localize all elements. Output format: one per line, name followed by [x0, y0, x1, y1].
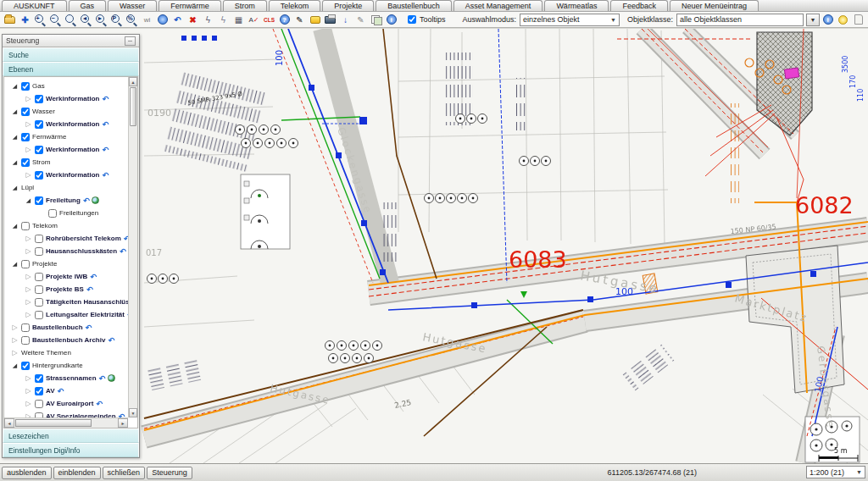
- measure-length-icon[interactable]: ϟ: [201, 14, 215, 26]
- zoom-out-icon[interactable]: −: [48, 14, 63, 26]
- expand-icon[interactable]: ▷: [11, 336, 19, 344]
- info-icon[interactable]: i: [384, 14, 398, 26]
- refresh-icon[interactable]: ↶: [102, 95, 108, 103]
- scrollbar-thumb[interactable]: [15, 419, 92, 427]
- expand-icon[interactable]: ▷: [25, 311, 32, 318]
- measure-area-icon[interactable]: ϟ: [216, 14, 231, 26]
- tree-row-rohruebersicht[interactable]: ▷Rohrübersicht Telekom↶: [4, 232, 137, 245]
- menu-fernwaerme[interactable]: Fernwärme: [159, 0, 221, 11]
- tree-row-av[interactable]: ▷AV↶: [4, 384, 137, 397]
- tree-row-wasser[interactable]: ◢Wasser: [4, 105, 137, 118]
- layer-checkbox[interactable]: [35, 273, 43, 281]
- layer-checkbox[interactable]: [21, 323, 30, 332]
- expand-icon[interactable]: ▷: [25, 146, 32, 153]
- menu-projekte[interactable]: Projekte: [322, 0, 374, 11]
- refresh-icon[interactable]: ↶: [58, 387, 64, 395]
- print-icon[interactable]: [323, 14, 337, 26]
- layer-checkbox[interactable]: [35, 298, 43, 307]
- menu-neuer-menueeintrag[interactable]: Neuer Menüeintrag: [670, 0, 759, 11]
- layer-checkbox[interactable]: [35, 235, 43, 243]
- edit-pencil-icon[interactable]: ✎: [353, 14, 368, 26]
- zoom-plan-icon[interactable]: P: [109, 14, 124, 26]
- einblenden-button[interactable]: einblenden: [53, 467, 101, 479]
- refresh-icon[interactable]: ↶: [108, 336, 114, 345]
- scroll-down-button[interactable]: ▼: [129, 408, 137, 417]
- tree-row-gas[interactable]: ◢Gas: [4, 80, 137, 92]
- tree-row-freileitung[interactable]: ◢Freileitung↶: [4, 194, 137, 207]
- globe-help-icon[interactable]: ?: [277, 14, 292, 26]
- layer-checkbox[interactable]: [35, 196, 43, 205]
- tree-row-wasser-werkinfo[interactable]: ▷Werkinformation↶: [4, 118, 137, 130]
- refresh-icon[interactable]: ↶: [102, 146, 108, 154]
- refresh-icon[interactable]: ↶: [86, 323, 92, 332]
- expand-icon[interactable]: ▷: [25, 400, 32, 407]
- labels-icon[interactable]: A✓: [247, 14, 261, 26]
- refresh-icon[interactable]: ↶: [99, 374, 106, 383]
- layer-checkbox[interactable]: [35, 374, 43, 383]
- expand-icon[interactable]: ◢: [25, 197, 32, 204]
- copy-sheets-icon[interactable]: [369, 14, 383, 26]
- menu-auskunft[interactable]: AUSKUNFT: [2, 0, 67, 11]
- globe-icon[interactable]: [92, 196, 99, 204]
- menu-asset-management[interactable]: Asset Management: [453, 0, 543, 11]
- section-suche[interactable]: Suche: [3, 47, 139, 62]
- tree-row-telekom[interactable]: ◢Telekom: [4, 219, 137, 232]
- scale-select[interactable]: 1:200 (21) ▼: [806, 466, 865, 478]
- tree-vertical-scrollbar[interactable]: ▲ ▼: [128, 77, 137, 417]
- layer-checkbox[interactable]: [35, 285, 43, 294]
- schliessen-button[interactable]: schließen: [103, 467, 146, 479]
- expand-icon[interactable]: ▷: [11, 323, 19, 331]
- tree-row-hintergrundkarte[interactable]: ◢Hintergrundkarte: [4, 359, 137, 372]
- highlight-bulb-icon[interactable]: [836, 14, 850, 26]
- tree-row-taetigkeiten[interactable]: ▷Tätigkeiten Hausanschlüsse↶: [4, 296, 137, 308]
- menu-gas[interactable]: Gas: [69, 0, 107, 11]
- layer-checkbox[interactable]: [21, 222, 30, 230]
- tree-row-gas-werkinfo[interactable]: ▷Werkinformation↶: [4, 92, 137, 105]
- expand-icon[interactable]: ◢: [11, 223, 19, 229]
- undo-icon[interactable]: ↶: [170, 14, 185, 26]
- scroll-right-button[interactable]: ►: [118, 418, 128, 428]
- cls-icon[interactable]: CLS: [262, 14, 276, 26]
- layer-checkbox[interactable]: [21, 362, 30, 370]
- tree-row-projekte-iwb[interactable]: ▷Projekte IWB↶: [4, 270, 137, 283]
- scroll-left-button[interactable]: ◄: [4, 418, 14, 428]
- object-info-icon[interactable]: i: [821, 14, 835, 26]
- refresh-icon[interactable]: ↶: [102, 120, 108, 129]
- layer-checkbox[interactable]: [21, 158, 30, 167]
- layer-checkbox[interactable]: [21, 82, 30, 91]
- menu-waermeatlas[interactable]: Wärmeatlas: [544, 0, 609, 11]
- refresh-icon[interactable]: ↶: [102, 171, 108, 180]
- objektklasse-select[interactable]: alle Objektklassen: [676, 14, 804, 26]
- tree-row-av-euroairport[interactable]: ▷AV Euroairport↶: [4, 397, 137, 410]
- mapsheet-icon[interactable]: ▦: [231, 14, 246, 26]
- menu-baustellenbuch[interactable]: Baustellenbuch: [376, 0, 452, 11]
- tree-row-strassennamen[interactable]: ▷Strassennamen↶: [4, 372, 137, 384]
- layer-checkbox[interactable]: [35, 171, 43, 180]
- open-folder-icon[interactable]: [3, 14, 17, 26]
- expand-icon[interactable]: ▷: [11, 349, 19, 357]
- tree-row-strom[interactable]: ◢Strom: [4, 156, 137, 169]
- layer-checkbox[interactable]: [21, 260, 30, 268]
- tree-row-leitungsalter[interactable]: ▷Leitungsalter Elektrizität↶: [4, 308, 137, 321]
- expand-icon[interactable]: ◢: [11, 108, 19, 115]
- tree-horizontal-scrollbar[interactable]: ◄ ►: [4, 417, 128, 428]
- ausblenden-button[interactable]: ausblenden: [2, 467, 52, 479]
- refresh-icon[interactable]: ↶: [86, 285, 93, 294]
- expand-icon[interactable]: ▷: [25, 273, 32, 280]
- refresh-icon[interactable]: ↶: [83, 196, 90, 205]
- layer-checkbox[interactable]: [35, 387, 43, 395]
- section-ebenen[interactable]: Ebenen: [3, 62, 139, 76]
- objektklasse-dropdown-button[interactable]: ▼: [806, 14, 820, 26]
- layer-checkbox[interactable]: [21, 108, 30, 116]
- layer-checkbox[interactable]: [35, 146, 43, 154]
- scrollbar-thumb[interactable]: [130, 87, 136, 126]
- redline-brush-icon[interactable]: ✎: [292, 14, 307, 26]
- layer-checkbox[interactable]: [35, 400, 43, 408]
- compass-icon[interactable]: [155, 14, 170, 26]
- tree-row-baustellenbuch[interactable]: ▷Baustellenbuch↶: [4, 321, 137, 334]
- expand-icon[interactable]: ◢: [11, 134, 19, 141]
- globe-icon[interactable]: [108, 374, 115, 382]
- zoom-window-icon[interactable]: [64, 14, 78, 26]
- layer-checkbox[interactable]: [35, 247, 43, 256]
- expand-icon[interactable]: ▷: [25, 285, 32, 293]
